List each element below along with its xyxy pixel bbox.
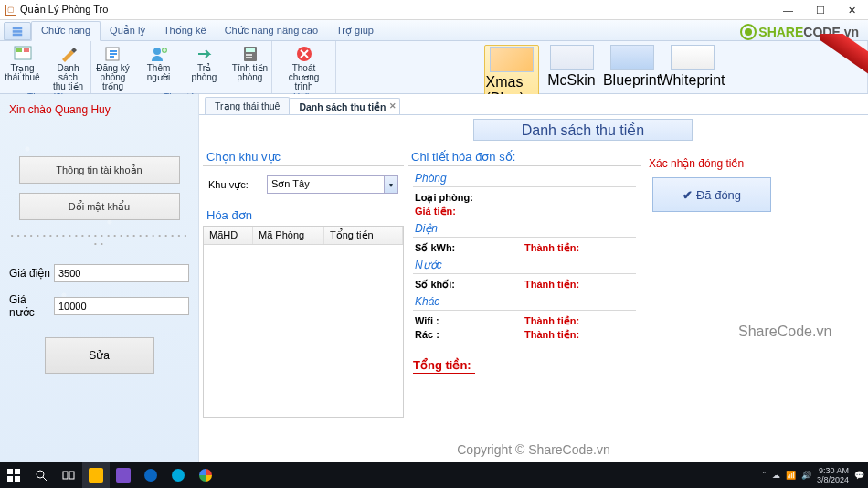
label-water-qty: Số khối: [415,279,488,291]
close-tab-icon[interactable]: ✕ [389,101,397,111]
folder-icon [89,468,103,483]
maximize-button[interactable]: ☐ [804,0,836,20]
ribbon-tab-tro-giup[interactable]: Trợ giúp [327,22,383,40]
taskview-button[interactable] [55,462,82,488]
minimize-button[interactable]: ― [772,0,804,20]
svg-rect-4 [16,48,22,52]
work-area: Danh sách thu tiền Chọn khu vực Khu vực:… [199,114,868,462]
label-room-price: Giá tiền: [415,206,488,217]
tray-chevron-icon[interactable]: ˄ [762,471,767,480]
subtab-danh-sach-thu-tien[interactable]: Danh sách thu tiền✕ [289,98,399,115]
notification-icon[interactable]: 💬 [854,471,864,480]
status-icon [12,44,34,64]
ribbon-group-theodoi: Trạngthái thuê Danh sáchthu tiền Theo dõ… [0,41,91,93]
swatch-icon [671,45,715,70]
taskbar-app-2[interactable] [110,462,137,488]
dropdown-area-value: Sơn Tây [268,176,384,193]
ribbon-tab-thong-ke[interactable]: Thống kê [154,22,216,40]
ribbon-tab-nang-cao[interactable]: Chức năng nâng cao [216,22,327,40]
window-titlebar: ▢ Quản Lý Phòng Tro ― ☐ ✕ [0,0,868,20]
exit-icon [293,44,315,64]
btn-tra-phong[interactable]: Trả phòng [183,43,227,92]
col-mahd: MãHD [204,227,253,244]
svg-rect-16 [7,469,13,474]
svg-rect-5 [24,48,29,52]
tray-wifi-icon[interactable]: 📶 [786,471,796,480]
swatch-icon [490,47,534,72]
sect-other: Khác [413,295,636,308]
page-title: Danh sách thu tiền [473,119,693,141]
gear-icon [740,24,757,40]
btn-trang-thai-thue[interactable]: Trạngthái thuê [1,43,45,92]
btn-edit-prices[interactable]: Sửa [45,337,154,374]
btn-tinh-tien[interactable]: Tính tiềnphòng [228,43,272,92]
label-price-water: Giá nước [9,293,54,319]
btn-danh-sach-thu-tien[interactable]: Danh sáchthu tiền [47,43,90,92]
btn-exit[interactable]: Thoát chươngtrình [277,43,332,92]
label-price-elec: Giá điện [9,267,54,280]
taskbar-clock[interactable]: 9:30 AM 3/8/2024 [817,466,849,484]
label-area: Khu vực: [208,179,267,191]
tray-volume-icon[interactable]: 🔊 [801,471,811,480]
sect-water: Nước [413,259,636,271]
start-button[interactable] [0,462,27,488]
close-button[interactable]: ✕ [836,0,868,20]
svg-rect-10 [246,48,255,52]
btn-them-nguoi[interactable]: Thêm người [137,43,181,92]
input-price-water[interactable] [54,297,189,315]
ribbon-tab-quan-ly[interactable]: Quản lý [101,22,154,40]
taskbar: ˄ ☁ 📶 🔊 9:30 AM 3/8/2024 💬 [0,462,868,488]
taskbar-app-5[interactable] [192,462,219,488]
svg-point-20 [37,471,44,478]
svg-rect-2 [13,34,23,37]
taskbar-app-1[interactable] [82,462,110,488]
svg-rect-17 [15,469,20,474]
label-trash: Rác : [415,329,488,341]
app-icon: ▢ [5,5,16,16]
label-elec-money: Thành tiền: [524,242,579,254]
ribbon-group-giaodien: Xmas (Blue) McSkin Blueprint Whiteprint … [336,41,868,93]
detail-title: Chi tiết hóa đơn số: [408,148,641,167]
check-icon: ✔ [683,188,693,202]
svg-rect-0 [13,27,23,30]
decorative-ribbon [820,34,868,89]
return-icon [194,44,216,64]
file-icon [11,25,24,37]
subtab-trang-thai-thue[interactable]: Trạng thái thuê [205,97,290,114]
label-water-money: Thành tiền: [524,279,579,291]
box-title-invoice: Hóa đơn [203,207,404,226]
btn-change-password[interactable]: Đổi mật khẩu [19,193,180,220]
calc-icon [239,44,261,64]
vs-icon [116,468,131,483]
chevron-down-icon: ▾ [384,176,397,193]
system-tray[interactable]: ˄ ☁ 📶 🔊 9:30 AM 3/8/2024 💬 [762,466,868,484]
ribbon-group-hello: Thoát chươngtrình Hello [272,41,336,93]
sub-tabstrip: Trạng thái thuê Danh sách thu tiền✕ [199,94,868,114]
btn-account-info[interactable]: Thông tin tài khoản [19,156,180,184]
btn-dang-ky-phong[interactable]: Đăng kýphòng trống [91,43,135,92]
dropdown-area[interactable]: Sơn Tây ▾ [267,175,398,194]
ribbon-tab-chuc-nang[interactable]: Chức năng [31,21,101,41]
ribbon-group-thaotac: Đăng kýphòng trống Thêm người Trả phòng … [91,41,272,93]
label-total: Tổng tiền: [413,358,475,374]
swatch-icon [610,45,654,70]
svg-rect-12 [249,54,252,56]
file-menu-button[interactable] [4,22,31,40]
sect-elec: Điện [413,222,636,235]
taskbar-app-3[interactable] [137,462,164,488]
ribbon-tabstrip: Chức năng Quản lý Thống kê Chức năng nân… [0,20,868,41]
label-kwh: Số kWh: [415,242,488,254]
btn-paid[interactable]: ✔ Đã đóng [652,177,771,212]
search-button[interactable] [27,462,55,488]
input-price-elec[interactable] [54,264,189,282]
sect-room: Phòng [413,172,636,185]
taskbar-app-4[interactable] [164,462,192,488]
svg-rect-19 [15,476,20,482]
window-title: Quản Lý Phòng Tro [20,4,108,16]
label-wifi: Wifi : [415,315,488,327]
label-room-type: Loại phòng: [415,192,488,204]
invoice-grid[interactable]: MãHD Mã Phòng Tổng tiền [203,226,404,418]
greeting-text: Xin chào Quang Huy [9,103,189,116]
tray-cloud-icon[interactable]: ☁ [772,471,780,480]
col-tongtien: Tổng tiền [324,227,403,244]
